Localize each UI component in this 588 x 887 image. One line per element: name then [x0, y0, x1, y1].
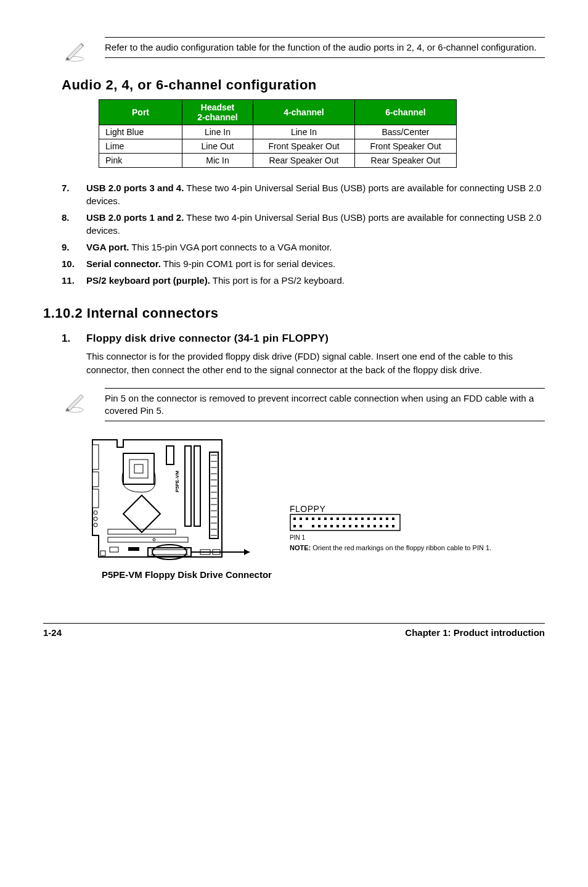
svg-rect-73	[337, 525, 339, 527]
item-rest: This port is for a PS/2 keyboard.	[210, 275, 345, 286]
svg-rect-75	[349, 525, 351, 527]
cell-port: Pink	[99, 154, 182, 168]
floppy-heading-row: 1. Floppy disk drive connector (34-1 pin…	[62, 332, 545, 345]
feature-list: 7. USB 2.0 ports 3 and 4. These two 4-pi…	[62, 181, 545, 287]
svg-rect-9	[92, 489, 99, 508]
svg-rect-80	[380, 525, 382, 527]
cell-c4: Line In	[253, 125, 355, 139]
svg-rect-38	[110, 547, 118, 552]
floppy-connector-detail: FLOPPY PIN 1 NOTE: Orient the red markin…	[290, 504, 491, 563]
svg-rect-78	[367, 525, 370, 527]
svg-rect-82	[392, 525, 394, 527]
svg-rect-60	[355, 518, 357, 520]
note-audio-config: Refer to the audio configuration table f…	[62, 37, 545, 65]
item-bold: PS/2 keyboard port (purple).	[86, 275, 210, 286]
connector-label: FLOPPY	[290, 504, 491, 514]
svg-point-10	[94, 511, 97, 514]
item-number: 11.	[62, 274, 79, 287]
svg-rect-39	[128, 547, 139, 551]
svg-rect-53	[312, 518, 314, 520]
cell-hs: Line Out	[182, 139, 253, 154]
page-number: 1-24	[43, 627, 62, 638]
svg-rect-81	[386, 525, 388, 527]
list-item: 9. VGA port. This 15-pin VGA port connec…	[62, 241, 545, 254]
note-text: Pin 5 on the connector is removed to pre…	[105, 388, 545, 422]
cell-port: Light Blue	[99, 125, 182, 139]
svg-point-12	[94, 523, 97, 527]
cell-c6: Rear Speaker Out	[355, 154, 457, 168]
svg-rect-19	[194, 446, 200, 526]
col-4channel: 4-channel	[253, 100, 355, 125]
cell-c4: Front Speaker Out	[253, 139, 355, 154]
cell-hs: Line In	[182, 125, 253, 139]
cell-c6: Bass/Center	[355, 125, 457, 139]
cell-port: Lime	[99, 139, 182, 154]
svg-rect-56	[330, 518, 333, 520]
col-port: Port	[99, 100, 182, 125]
col-6channel: 6-channel	[355, 100, 457, 125]
svg-rect-67	[293, 525, 296, 527]
item-bold: Serial connector.	[86, 258, 161, 269]
floppy-heading: Floppy disk drive connector (34-1 pin FL…	[86, 332, 329, 345]
svg-rect-15	[134, 464, 143, 473]
svg-marker-16	[123, 495, 160, 532]
svg-rect-71	[324, 525, 327, 527]
internal-connectors-heading: 1.10.2 Internal connectors	[43, 305, 545, 321]
svg-rect-63	[374, 518, 376, 520]
item-number: 7.	[62, 181, 79, 207]
svg-rect-17	[166, 446, 174, 464]
table-header-row: Port Headset 2-channel 4-channel 6-chann…	[99, 100, 457, 125]
svg-rect-76	[355, 525, 357, 527]
svg-rect-52	[306, 518, 308, 520]
orient-note: NOTE: Orient the red markings on the flo…	[290, 543, 491, 552]
page-footer: 1-24 Chapter 1: Product introduction	[43, 623, 545, 638]
item-body: Serial connector. This 9-pin COM1 port i…	[86, 257, 545, 270]
note-text: Refer to the audio configuration table f…	[105, 37, 545, 58]
page-content: Refer to the audio configuration table f…	[0, 0, 588, 656]
item-number: 10.	[62, 257, 79, 270]
item-body: USB 2.0 ports 3 and 4. These two 4-pin U…	[86, 181, 545, 207]
svg-rect-59	[349, 518, 351, 520]
svg-rect-66	[392, 518, 394, 520]
svg-rect-13	[123, 453, 154, 484]
item-number: 1.	[62, 332, 79, 345]
svg-rect-64	[380, 518, 382, 520]
svg-rect-62	[367, 518, 370, 520]
item-body: PS/2 keyboard port (purple). This port i…	[86, 274, 545, 287]
list-item: 11. PS/2 keyboard port (purple). This po…	[62, 274, 545, 287]
cell-hs: Mic In	[182, 154, 253, 168]
board-label: P5PE-VM	[174, 471, 180, 492]
item-bold: VGA port.	[86, 242, 129, 252]
svg-rect-65	[386, 518, 388, 520]
list-item: 8. USB 2.0 ports 1 and 2. These two 4-pi…	[62, 211, 545, 237]
svg-rect-70	[318, 525, 321, 527]
svg-marker-48	[244, 549, 250, 555]
svg-rect-61	[361, 518, 364, 520]
note-pin5: Pin 5 on the connector is removed to pre…	[62, 388, 545, 422]
svg-rect-58	[343, 518, 345, 520]
svg-rect-77	[361, 525, 364, 527]
svg-rect-8	[92, 472, 99, 487]
svg-rect-36	[108, 537, 188, 542]
list-item: 7. USB 2.0 ports 3 and 4. These two 4-pi…	[62, 181, 545, 207]
svg-rect-42	[100, 551, 105, 556]
table-row: Pink Mic In Rear Speaker Out Rear Speake…	[99, 154, 457, 168]
motherboard-diagram: P5PE-VM	[80, 434, 253, 563]
svg-rect-51	[300, 518, 302, 520]
svg-rect-14	[129, 460, 148, 478]
svg-rect-50	[293, 518, 296, 520]
chapter-title: Chapter 1: Product introduction	[405, 627, 545, 638]
cell-c6: Front Speaker Out	[355, 139, 457, 154]
floppy-description: This connector is for the provided flopp…	[86, 350, 545, 377]
item-number: 8.	[62, 211, 79, 237]
table-row: Light Blue Line In Line In Bass/Center	[99, 125, 457, 139]
svg-rect-20	[210, 452, 218, 538]
svg-rect-68	[300, 525, 302, 527]
svg-rect-7	[92, 445, 99, 469]
diagram-caption: P5PE-VM Floppy Disk Drive Connector	[102, 569, 545, 580]
note-bold: NOTE:	[290, 544, 311, 551]
col-headset: Headset 2-channel	[182, 100, 253, 125]
svg-rect-57	[337, 518, 339, 520]
item-bold: USB 2.0 ports 1 and 2.	[86, 212, 184, 223]
item-rest: This 15-pin VGA port connects to a VGA m…	[129, 242, 332, 252]
